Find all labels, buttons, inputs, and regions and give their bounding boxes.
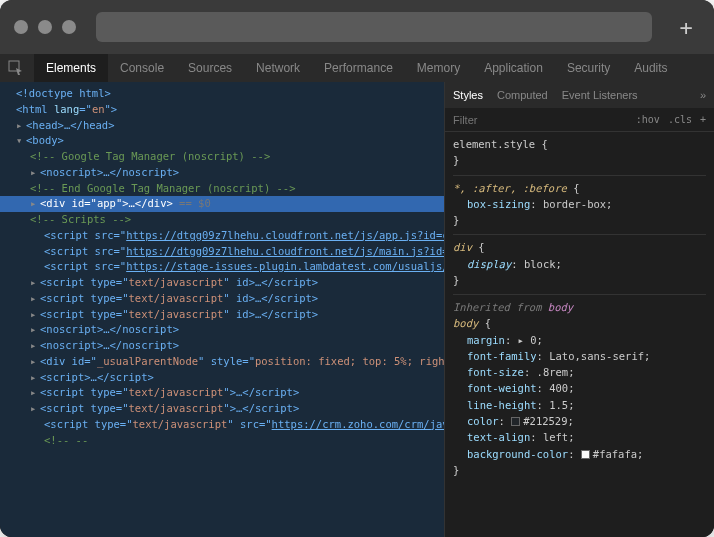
dom-doctype[interactable]: <!doctype html> (16, 87, 111, 99)
url-bar[interactable] (96, 12, 652, 42)
rule-universal[interactable]: *, :after, :before { box-sizing: border-… (453, 180, 706, 229)
dom-script-main[interactable]: <script src="https://dtgg09z7lhehu.cloud… (0, 244, 444, 260)
styles-content[interactable]: element.style { } *, :after, :before { b… (445, 132, 714, 537)
tab-audits[interactable]: Audits (622, 54, 679, 82)
maximize-light[interactable] (62, 20, 76, 34)
dom-script-tj4[interactable]: <script type="text/javascript">…</script… (40, 386, 299, 398)
dom-script-app[interactable]: <script src="https://dtgg09z7lhehu.cloud… (0, 228, 444, 244)
dom-noscript3[interactable]: <noscript>…</noscript> (40, 339, 179, 351)
browser-window: + Elements Console Sources Network Perfo… (0, 0, 714, 537)
dom-html[interactable]: <html lang="en"> (16, 103, 117, 115)
dom-comment-scripts: <!-- Scripts --> (30, 213, 131, 225)
tab-application[interactable]: Application (472, 54, 555, 82)
styles-tabs: Styles Computed Event Listeners » (445, 82, 714, 108)
rule-body[interactable]: body { margin: ▸ 0; font-family: Lato,sa… (453, 315, 706, 478)
new-tab-button[interactable]: + (672, 13, 700, 41)
styles-tab-styles[interactable]: Styles (453, 89, 483, 101)
minimize-light[interactable] (38, 20, 52, 34)
styles-tab-computed[interactable]: Computed (497, 89, 548, 101)
tab-sources[interactable]: Sources (176, 54, 244, 82)
dom-script-usual[interactable]: <script src="https://stage-issues-plugin… (0, 259, 444, 275)
dom-comment-gtm2: <!-- End Google Tag Manager (noscript) -… (30, 182, 296, 194)
dom-app-div[interactable]: ▸<div id="app">…</div> == $0 (0, 196, 444, 212)
dom-script-zoho[interactable]: <script type="text/javascript" src="http… (0, 417, 444, 433)
add-rule-button[interactable]: + (700, 114, 706, 125)
styles-tab-listeners[interactable]: Event Listeners (562, 89, 638, 101)
dom-script-tj5[interactable]: <script type="text/javascript">…</script… (40, 402, 299, 414)
tab-console[interactable]: Console (108, 54, 176, 82)
dom-noscript2[interactable]: <noscript>…</noscript> (40, 323, 179, 335)
devtools-tabs: Elements Console Sources Network Perform… (0, 54, 714, 82)
dom-body[interactable]: <body> (26, 134, 64, 146)
tab-security[interactable]: Security (555, 54, 622, 82)
close-light[interactable] (14, 20, 28, 34)
styles-filter-input[interactable] (453, 114, 636, 126)
inspect-icon[interactable] (8, 60, 24, 76)
cls-button[interactable]: .cls (668, 114, 692, 125)
rule-element-style[interactable]: element.style { } (453, 136, 706, 169)
dom-usual-div[interactable]: <div id="_usualParentNode" style="positi… (40, 355, 444, 367)
titlebar: + (0, 0, 714, 54)
rule-div[interactable]: div { display: block; } (453, 239, 706, 288)
hov-button[interactable]: :hov (636, 114, 660, 125)
tab-elements[interactable]: Elements (34, 54, 108, 82)
traffic-lights (14, 20, 76, 34)
filter-row: :hov .cls + (445, 108, 714, 132)
dom-head[interactable]: <head>…</head> (26, 119, 115, 131)
dom-tree[interactable]: <!doctype html> <html lang="en"> ▸<head>… (0, 82, 444, 537)
styles-more-icon[interactable]: » (700, 89, 706, 101)
tab-network[interactable]: Network (244, 54, 312, 82)
dom-script-tj3[interactable]: <script type="text/javascript" id>…</scr… (40, 308, 318, 320)
dom-comment-trailing: <!-- -- (44, 434, 88, 446)
tab-performance[interactable]: Performance (312, 54, 405, 82)
styles-panel: Styles Computed Event Listeners » :hov .… (444, 82, 714, 537)
dom-script-tj1[interactable]: <script type="text/javascript" id>…</scr… (40, 276, 318, 288)
inherited-from: Inherited from body (453, 294, 706, 315)
dom-comment-gtm1: <!-- Google Tag Manager (noscript) --> (30, 150, 270, 162)
dom-script-tj2[interactable]: <script type="text/javascript" id>…</scr… (40, 292, 318, 304)
panels: <!doctype html> <html lang="en"> ▸<head>… (0, 82, 714, 537)
dom-noscript1[interactable]: <noscript>…</noscript> (40, 166, 179, 178)
tab-memory[interactable]: Memory (405, 54, 472, 82)
dom-script-e1[interactable]: <script>…</script> (40, 371, 154, 383)
devtools: Elements Console Sources Network Perform… (0, 54, 714, 537)
